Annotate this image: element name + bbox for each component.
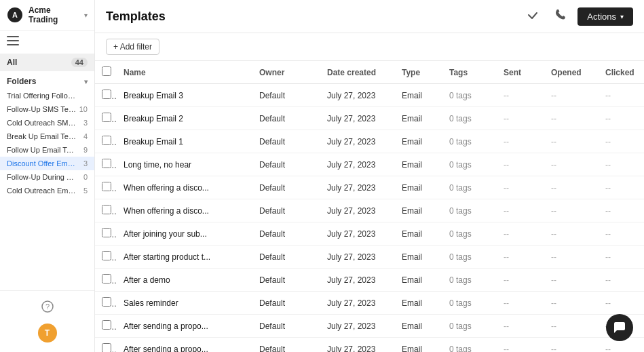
folder-item-5[interactable]: Discount Offer Email Temp... 3 bbox=[0, 157, 94, 170]
row-checkbox-8[interactable] bbox=[102, 274, 111, 283]
row-checkbox-1[interactable] bbox=[102, 113, 111, 122]
row-checkbox-10[interactable] bbox=[102, 320, 111, 330]
row-checkbox-5[interactable] bbox=[102, 205, 111, 214]
folder-name-0: Trial Offering Follow-Up S... bbox=[7, 92, 77, 100]
row-checkbox-cell-8[interactable] bbox=[95, 269, 117, 292]
sidebar-item-all-label: All bbox=[7, 58, 17, 67]
row-owner-1: Default bbox=[252, 107, 320, 130]
row-tags-10[interactable]: 0 tags bbox=[442, 315, 497, 338]
row-checkbox-cell-10[interactable] bbox=[95, 315, 117, 338]
row-name-1[interactable]: Breakup Email 2 bbox=[117, 107, 252, 130]
row-checkbox-cell-4[interactable] bbox=[95, 176, 117, 199]
row-tags-8[interactable]: 0 tags bbox=[442, 269, 497, 292]
row-name-9[interactable]: Sales reminder bbox=[117, 292, 252, 315]
table-row: When offering a disco... Default July 27… bbox=[95, 176, 644, 199]
row-sent-11: -- bbox=[497, 338, 544, 353]
row-tags-5[interactable]: 0 tags bbox=[442, 199, 497, 222]
actions-button[interactable]: Actions ▾ bbox=[577, 7, 633, 26]
row-type-7: Email bbox=[395, 246, 442, 269]
row-opened-2: -- bbox=[544, 130, 599, 153]
row-name-8[interactable]: After a demo bbox=[117, 269, 252, 292]
row-tags-3[interactable]: 0 tags bbox=[442, 153, 497, 176]
row-tags-6[interactable]: 0 tags bbox=[442, 222, 497, 246]
folder-item-3[interactable]: Break Up Email Templates 4 bbox=[0, 130, 94, 143]
chat-bubble-button[interactable] bbox=[606, 314, 633, 341]
row-name-3[interactable]: Long time, no hear bbox=[117, 153, 252, 176]
row-checkbox-2[interactable] bbox=[102, 136, 111, 145]
row-checkbox-cell-7[interactable] bbox=[95, 246, 117, 269]
check-icon-btn[interactable] bbox=[523, 5, 542, 27]
row-name-5[interactable]: When offering a disco... bbox=[117, 199, 252, 222]
folder-item-1[interactable]: Follow-Up SMS Templates 10 bbox=[0, 102, 94, 116]
row-tags-1[interactable]: 0 tags bbox=[442, 107, 497, 130]
row-opened-9: -- bbox=[544, 292, 599, 315]
menu-icon[interactable] bbox=[0, 31, 94, 54]
row-tags-0[interactable]: 0 tags bbox=[442, 84, 497, 107]
add-filter-label: + Add filter bbox=[113, 42, 152, 52]
row-checkbox-11[interactable] bbox=[102, 343, 111, 352]
select-all-header[interactable] bbox=[95, 61, 117, 84]
table-header-row: Name Owner Date created Type Tags Sent O… bbox=[95, 61, 644, 84]
row-type-8: Email bbox=[395, 269, 442, 292]
row-checkbox-0[interactable] bbox=[102, 90, 111, 99]
sidebar-item-all[interactable]: All 44 bbox=[0, 54, 94, 71]
table-row: After starting product t... Default July… bbox=[95, 246, 644, 269]
folder-item-2[interactable]: Cold Outreach SMS Templa... 3 bbox=[0, 116, 94, 130]
folder-item-4[interactable]: Follow Up Email Templates 9 bbox=[0, 143, 94, 157]
row-tags-11[interactable]: 0 tags bbox=[442, 338, 497, 353]
row-name-6[interactable]: After joining your sub... bbox=[117, 222, 252, 246]
folders-header[interactable]: Folders ▾ bbox=[0, 71, 94, 89]
row-tags-9[interactable]: 0 tags bbox=[442, 292, 497, 315]
folder-item-0[interactable]: Trial Offering Follow-Up S... bbox=[0, 89, 94, 102]
table-row: Long time, no hear Default July 27, 2023… bbox=[95, 153, 644, 176]
row-tags-2[interactable]: 0 tags bbox=[442, 130, 497, 153]
row-date-8: July 27, 2023 bbox=[320, 269, 395, 292]
col-header-date: Date created bbox=[320, 61, 395, 84]
select-all-checkbox[interactable] bbox=[102, 66, 111, 76]
row-name-2[interactable]: Breakup Email 1 bbox=[117, 130, 252, 153]
folder-name-5: Discount Offer Email Temp... bbox=[7, 159, 77, 168]
row-checkbox-9[interactable] bbox=[102, 297, 111, 307]
row-checkbox-cell-6[interactable] bbox=[95, 222, 117, 246]
company-logo-icon: A bbox=[7, 7, 23, 23]
row-type-3: Email bbox=[395, 153, 442, 176]
help-icon-btn[interactable]: ? bbox=[0, 295, 94, 318]
col-header-tags: Tags bbox=[442, 61, 497, 84]
add-filter-button[interactable]: + Add filter bbox=[106, 39, 159, 55]
folder-item-6[interactable]: Follow-Up During Trial Em... 0 bbox=[0, 170, 94, 184]
row-checkbox-3[interactable] bbox=[102, 159, 111, 168]
folder-count-5: 3 bbox=[77, 159, 88, 168]
row-date-9: July 27, 2023 bbox=[320, 292, 395, 315]
row-clicked-1: -- bbox=[599, 107, 644, 130]
row-checkbox-cell-5[interactable] bbox=[95, 199, 117, 222]
row-name-0[interactable]: Breakup Email 3 bbox=[117, 84, 252, 107]
row-checkbox-7[interactable] bbox=[102, 251, 111, 260]
phone-icon-btn[interactable] bbox=[550, 5, 569, 27]
col-header-name: Name bbox=[117, 61, 252, 84]
row-owner-11: Default bbox=[252, 338, 320, 353]
row-checkbox-cell-9[interactable] bbox=[95, 292, 117, 315]
row-checkbox-cell-2[interactable] bbox=[95, 130, 117, 153]
row-checkbox-cell-1[interactable] bbox=[95, 107, 117, 130]
row-name-10[interactable]: After sending a propo... bbox=[117, 315, 252, 338]
row-checkbox-6[interactable] bbox=[102, 228, 111, 237]
svg-text:A: A bbox=[12, 11, 18, 19]
row-clicked-8: -- bbox=[599, 269, 644, 292]
row-name-11[interactable]: After sending a propo... bbox=[117, 338, 252, 353]
table-row: After sending a propo... Default July 27… bbox=[95, 338, 644, 353]
row-checkbox-cell-0[interactable] bbox=[95, 84, 117, 107]
row-checkbox-cell-3[interactable] bbox=[95, 153, 117, 176]
row-name-4[interactable]: When offering a disco... bbox=[117, 176, 252, 199]
folder-name-7: Cold Outreach Email Templ... bbox=[7, 187, 77, 195]
row-checkbox-4[interactable] bbox=[102, 182, 111, 191]
folder-item-7[interactable]: Cold Outreach Email Templ... 5 bbox=[0, 184, 94, 197]
avatar-btn[interactable]: T bbox=[0, 318, 94, 348]
row-tags-4[interactable]: 0 tags bbox=[442, 176, 497, 199]
row-opened-1: -- bbox=[544, 107, 599, 130]
row-tags-7[interactable]: 0 tags bbox=[442, 246, 497, 269]
templates-table-container[interactable]: Name Owner Date created Type Tags Sent O… bbox=[95, 61, 644, 352]
row-name-7[interactable]: After starting product t... bbox=[117, 246, 252, 269]
folder-count-6: 0 bbox=[77, 173, 88, 181]
row-checkbox-cell-11[interactable] bbox=[95, 338, 117, 353]
company-selector[interactable]: A Acme Trading ▾ bbox=[0, 0, 94, 31]
